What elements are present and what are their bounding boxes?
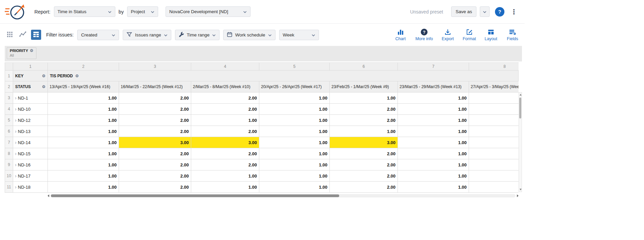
action-label: Chart	[396, 36, 406, 41]
issue-key-cell[interactable]: ›ND-1	[13, 92, 48, 104]
table-row: 4 ›ND-10 1.00 2.00 2.00 1.00 2.00 1.00	[5, 104, 519, 115]
app-logo-icon	[5, 3, 26, 21]
grid-view-button[interactable]	[5, 30, 15, 40]
gear-icon[interactable]: ⚙	[42, 74, 46, 78]
scroll-right-arrow-icon[interactable]	[517, 194, 519, 197]
status-header-label: STATUS	[15, 84, 31, 89]
value-cell: 1.00	[398, 104, 469, 115]
value-cell: 2.00	[330, 115, 398, 126]
chart-action-button[interactable]: Chart	[394, 28, 407, 41]
scroll-down-arrow-icon[interactable]	[520, 189, 522, 190]
period-select[interactable]: Week	[279, 30, 319, 40]
scroll-up-arrow-icon[interactable]	[520, 94, 522, 96]
report-type-select[interactable]: Time in Status	[54, 6, 115, 17]
period-header: 27/Apr/25 - 3/May/25 (Week	[469, 81, 519, 92]
value-cell: 2.00	[119, 182, 191, 193]
horizontal-scroll-track[interactable]	[51, 194, 516, 197]
help-button[interactable]: ?	[495, 7, 504, 17]
funnel-icon	[126, 32, 132, 38]
column-number: 7	[398, 63, 469, 71]
scroll-left-arrow-icon[interactable]	[48, 194, 49, 197]
value-cell: 2.00	[119, 159, 191, 170]
issue-key: ND-17	[18, 174, 31, 179]
issue-key-cell[interactable]: ›ND-17	[13, 170, 48, 182]
row-number: 8	[5, 148, 13, 159]
report-table: 1 2 3 4 5 6 7 8 1 KEY ⚙ TIS PERIOD ⚙	[5, 62, 522, 198]
issue-key-cell[interactable]: ›ND-18	[13, 182, 48, 193]
kebab-menu-button[interactable]: ⋮	[508, 7, 520, 17]
expand-chevron-icon[interactable]: ›	[15, 129, 17, 134]
group-by-select[interactable]: Project	[127, 6, 158, 17]
expand-chevron-icon[interactable]: ›	[15, 173, 17, 178]
value-cell	[469, 92, 519, 104]
value-cell	[469, 126, 519, 137]
priority-value: All	[10, 53, 33, 57]
vertical-scrollbar[interactable]	[519, 92, 522, 192]
action-label: Layout	[485, 36, 497, 41]
value-cell: 1.00	[398, 137, 469, 148]
expand-chevron-icon[interactable]: ›	[15, 184, 17, 189]
value-cell: 1.00	[398, 148, 469, 159]
value-cell	[469, 115, 519, 126]
value-cell: 2.00	[191, 126, 259, 137]
value-cell: 1.00	[398, 159, 469, 170]
expand-chevron-icon[interactable]: ›	[15, 140, 17, 145]
table-row: 10 ›ND-17 1.00 2.00 1.00 1.00 2.00 1.00	[5, 170, 519, 182]
issue-key-cell[interactable]: ›ND-13	[13, 126, 48, 137]
issues-range-label: Issues range	[135, 32, 161, 37]
work-schedule-button[interactable]: Work schedule	[223, 30, 275, 40]
export-button[interactable]: Export	[441, 28, 455, 41]
gear-icon[interactable]: ⚙	[75, 74, 79, 78]
issue-key-cell[interactable]: ›ND-15	[13, 148, 48, 159]
value-cell: 1.00	[330, 126, 398, 137]
status-header-row: 2 STATUS ⚙ 13/Apr/25 - 19/Apr/25 (Week #…	[5, 81, 519, 92]
expand-chevron-icon[interactable]: ›	[15, 117, 17, 123]
gear-icon[interactable]: ⚙	[42, 85, 46, 89]
chart-view-button[interactable]	[18, 30, 28, 40]
issues-range-button[interactable]: Issues range	[123, 30, 171, 40]
value-cell: 2.00	[330, 104, 398, 115]
horizontal-scroll-thumb[interactable]	[51, 194, 339, 197]
table-row: 9 ›ND-16 1.00 2.00 2.00 1.00 2.00 1.00	[5, 159, 519, 170]
table-view-button[interactable]	[31, 30, 41, 40]
issue-key-cell[interactable]: ›ND-16	[13, 159, 48, 170]
value-cell: 1.00	[191, 182, 259, 193]
filter-select[interactable]: Created	[77, 30, 119, 40]
value-cell: 1.00	[48, 148, 119, 159]
value-cell: 1.00	[191, 170, 259, 182]
gear-icon[interactable]: ⚙	[30, 49, 33, 53]
column-number-row: 1 2 3 4 5 6 7 8	[5, 63, 519, 71]
period-header: 16/Mar/25 - 22/Mar/25 (Week #12)	[119, 81, 191, 92]
issue-key-cell[interactable]: ›ND-14	[13, 137, 48, 148]
issue-key: ND-18	[18, 185, 31, 190]
format-button[interactable]: Format	[463, 28, 476, 41]
expand-chevron-icon[interactable]: ›	[15, 151, 17, 156]
horizontal-scrollbar[interactable]	[48, 193, 519, 198]
filter-issues-label: Filter issues:	[46, 32, 74, 37]
save-as-button[interactable]: Save as	[451, 6, 476, 17]
expand-chevron-icon[interactable]: ›	[15, 162, 17, 167]
vertical-scroll-thumb[interactable]	[519, 98, 521, 118]
top-header: Report: Time in Status by Project NovaCo…	[0, 0, 525, 24]
save-as-dropdown-button[interactable]	[480, 6, 490, 17]
priority-chip[interactable]: PRIORITY ⚙ All	[7, 47, 36, 59]
column-number: 4	[191, 63, 259, 71]
value-cell: 2.00	[191, 148, 259, 159]
time-range-button[interactable]: Time range	[175, 30, 220, 40]
project-select[interactable]: NovaCore Development [ND]	[166, 6, 251, 17]
value-cell: 1.00	[259, 115, 330, 126]
layout-button[interactable]: Layout	[484, 28, 498, 41]
period-header: 23/Feb/25 - 1/Mar/25 (Week #9)	[330, 81, 398, 92]
fields-button[interactable]: Fields	[506, 28, 519, 41]
row-number: 10	[5, 170, 13, 182]
issue-key-cell[interactable]: ›ND-10	[13, 104, 48, 115]
status-header-cell: STATUS ⚙	[13, 81, 48, 92]
value-cell: 1.00	[48, 92, 119, 104]
more-info-button[interactable]: ? More info	[415, 28, 433, 41]
expand-chevron-icon[interactable]: ›	[15, 95, 17, 100]
issue-key-cell[interactable]: ›ND-12	[13, 115, 48, 126]
action-label: More info	[415, 36, 433, 41]
expand-chevron-icon[interactable]: ›	[15, 106, 17, 111]
value-cell: 1.00	[259, 170, 330, 182]
key-header-row: 1 KEY ⚙ TIS PERIOD ⚙	[5, 71, 519, 81]
